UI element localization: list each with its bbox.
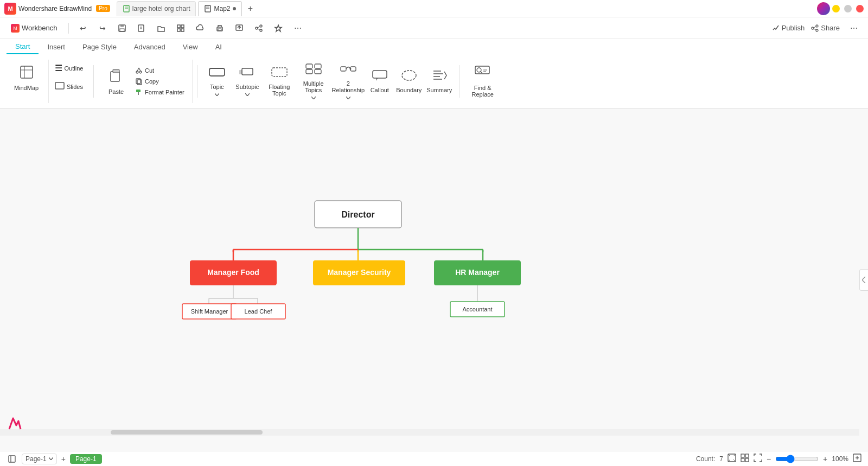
boundary-button[interactable]: Boundary xyxy=(394,63,424,100)
horizontal-scrollbar[interactable] xyxy=(0,429,859,436)
tab-insert[interactable]: Insert xyxy=(39,39,74,54)
panel-toggle-button[interactable] xyxy=(7,454,17,464)
callout-button[interactable]: Callout xyxy=(366,63,394,100)
format-painter-label: Format Painter xyxy=(145,89,184,95)
fit-page-button[interactable] xyxy=(727,454,736,464)
svg-rect-31 xyxy=(21,66,33,78)
svg-line-23 xyxy=(258,27,260,28)
outline-icon: ☰ xyxy=(55,63,62,73)
paste-label: Paste xyxy=(108,88,124,95)
tab-start[interactable]: Start xyxy=(7,39,39,54)
tab-page-style[interactable]: Page Style xyxy=(74,39,125,54)
count-label: Count: xyxy=(696,455,715,463)
topic-label: Topic xyxy=(210,84,224,90)
mark-button[interactable] xyxy=(271,21,286,36)
user-avatar[interactable] xyxy=(817,2,830,15)
scrollbar-thumb[interactable] xyxy=(111,430,263,435)
restore-button[interactable] xyxy=(844,5,852,12)
ribbon-content: MindMap ☰ Outline Slides Paste C xyxy=(0,54,868,108)
cut-button[interactable]: Cut xyxy=(132,66,188,75)
svg-rect-34 xyxy=(55,82,64,89)
undo-button[interactable]: ↩ xyxy=(75,21,91,36)
publish-icon xyxy=(772,24,780,32)
print-button[interactable] xyxy=(212,21,227,36)
svg-marker-25 xyxy=(275,25,282,31)
floating-topic-button[interactable]: Floating Topic xyxy=(263,63,296,100)
tab-advanced[interactable]: Advanced xyxy=(125,39,174,54)
fullscreen-button[interactable] xyxy=(754,454,762,464)
right-panel-toggle[interactable] xyxy=(859,269,868,291)
publish-button[interactable]: Publish xyxy=(772,24,805,32)
workbench-button[interactable]: M Workbench xyxy=(7,22,62,35)
copy-icon xyxy=(135,78,143,85)
ribbon-sep-3 xyxy=(459,65,459,98)
topic-icon xyxy=(208,66,226,80)
svg-rect-15 xyxy=(181,29,184,31)
mindmap-button[interactable]: MindMap xyxy=(9,60,44,97)
ribbon-tabs: Start Insert Page Style Advanced View AI xyxy=(0,39,868,54)
topic-chevron xyxy=(215,93,219,96)
svg-rect-51 xyxy=(306,69,312,74)
tab-hotel[interactable]: large hotel org chart xyxy=(117,1,196,16)
svg-text:Director: Director xyxy=(341,210,374,219)
cloud-button[interactable] xyxy=(193,21,208,36)
more-button[interactable]: ⋯ xyxy=(290,21,305,36)
format-painter-button[interactable]: Format Painter xyxy=(132,87,188,97)
topic-button[interactable]: Topic xyxy=(202,63,232,100)
add-page-button[interactable]: + xyxy=(61,455,66,463)
summary-icon xyxy=(431,69,448,84)
view-mode-group: MindMap xyxy=(4,60,49,103)
new-button[interactable] xyxy=(134,21,149,36)
count-value: 7 xyxy=(719,455,723,463)
svg-text:Manager Security: Manager Security xyxy=(328,268,391,277)
tab-view[interactable]: View xyxy=(174,39,207,54)
add-tab-button[interactable]: + xyxy=(244,2,257,15)
svg-line-65 xyxy=(481,72,482,73)
tab-map2[interactable]: Map2 xyxy=(198,1,241,16)
export-button[interactable] xyxy=(232,21,247,36)
paste-button[interactable]: Paste xyxy=(103,63,130,100)
relationship-button[interactable]: 2 Relationship xyxy=(331,63,366,100)
grid-view-button[interactable] xyxy=(741,454,749,464)
subtopic-button[interactable]: Subtopic xyxy=(232,63,263,100)
template-button[interactable] xyxy=(173,21,188,36)
minimize-button[interactable] xyxy=(832,5,840,12)
tab-ai[interactable]: AI xyxy=(207,39,231,54)
multiple-topics-button[interactable]: Multiple Topics xyxy=(296,63,331,100)
share-export-button[interactable] xyxy=(251,21,266,36)
svg-point-28 xyxy=(816,29,818,31)
open-button[interactable] xyxy=(154,21,169,36)
zoom-in-button[interactable]: + xyxy=(823,455,827,463)
redo-button[interactable]: ↪ xyxy=(95,21,110,36)
svg-line-39 xyxy=(137,68,139,71)
svg-rect-43 xyxy=(136,90,141,92)
close-button[interactable] xyxy=(856,5,864,12)
ribbon-sep-1 xyxy=(93,65,94,98)
app-name: Wondershare EdrawMind xyxy=(18,5,92,12)
svg-rect-7 xyxy=(120,25,124,27)
svg-point-38 xyxy=(139,71,142,73)
copy-button[interactable]: Copy xyxy=(132,76,188,86)
svg-point-64 xyxy=(477,68,481,72)
outline-button[interactable]: ☰ Outline xyxy=(53,60,85,77)
more-options-button[interactable]: ⋯ xyxy=(846,21,861,36)
page-selector[interactable]: Page-1 xyxy=(22,454,57,464)
workbench-label: Workbench xyxy=(22,24,58,32)
boundary-label: Boundary xyxy=(396,87,422,93)
format-painter-icon xyxy=(135,88,143,96)
find-replace-button[interactable]: Find & Replace xyxy=(464,63,502,100)
org-chart-diagram[interactable]: Director Manager Food Manager Security H… xyxy=(157,195,580,347)
subtopic-chevron xyxy=(245,93,250,96)
active-page-tab[interactable]: Page-1 xyxy=(70,454,102,464)
svg-text:HR Manager: HR Manager xyxy=(455,268,500,277)
slides-button[interactable]: Slides xyxy=(53,78,85,95)
share-button[interactable]: Share xyxy=(811,24,840,32)
svg-rect-56 xyxy=(373,71,387,78)
zoom-out-button[interactable]: − xyxy=(767,455,771,463)
zoom-slider[interactable] xyxy=(775,455,819,463)
toolbar-row: M Workbench ↩ ↪ ⋯ Publish Share xyxy=(0,17,868,39)
fullscreen-expand-button[interactable] xyxy=(853,454,861,464)
svg-rect-107 xyxy=(745,458,749,462)
summary-button[interactable]: Summary xyxy=(424,63,455,100)
save-button[interactable] xyxy=(114,21,130,36)
